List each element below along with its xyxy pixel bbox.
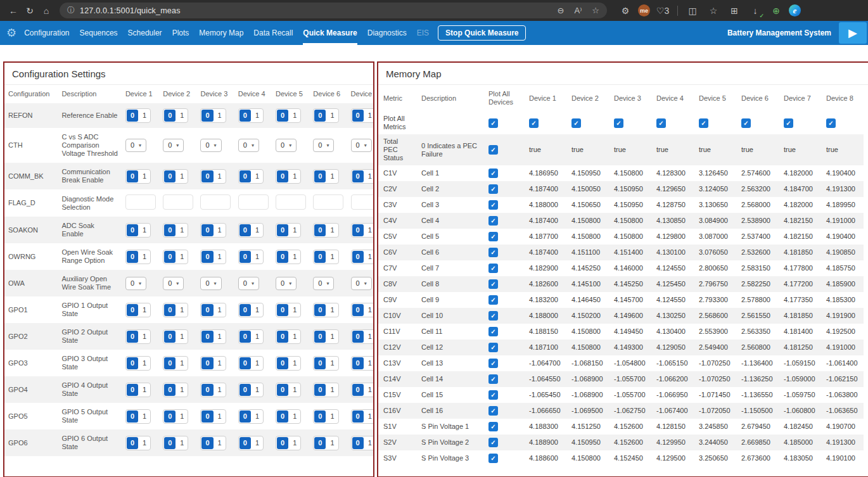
favorites-bar-icon[interactable]: ☆ [706,3,721,18]
plot-checkbox-c7v[interactable]: ✓ [488,264,498,273]
plot-checkbox-s1v[interactable]: ✓ [488,422,498,431]
toggle-gpo3-device-4[interactable]: 01 [238,356,264,371]
plot-all-device-8-checkbox[interactable]: ✓ [826,118,836,128]
plot-checkbox-c15v[interactable]: ✓ [488,390,498,400]
toggle-refon-device-5[interactable]: 01 [276,108,301,123]
plot-all-device-3-checkbox[interactable]: ✓ [614,118,623,128]
input-flag_d-device-5[interactable] [276,194,306,210]
toggle-owrng-device-5[interactable]: 01 [276,250,301,264]
toggle-soakon-device-4[interactable]: 01 [238,223,264,238]
toggle-gpo4-device-6[interactable]: 01 [313,383,338,397]
nav-item-configuration[interactable]: Configuration [24,21,69,45]
profile-avatar[interactable]: me [638,4,650,16]
plot-checkbox-c10v[interactable]: ✓ [488,311,498,321]
nav-item-memory-map[interactable]: Memory Map [199,21,243,45]
plot-all-metrics-checkbox[interactable]: ✓ [488,118,498,128]
toggle-gpo5-device-7[interactable]: 01 [351,409,374,424]
toggle-owrng-device-4[interactable]: 01 [238,250,264,264]
toggle-soakon-device-1[interactable]: 01 [125,223,151,238]
toggle-gpo2-device-7[interactable]: 01 [351,329,374,344]
toggle-gpo6-device-1[interactable]: 01 [125,436,151,450]
toggle-gpo2-device-2[interactable]: 01 [163,329,188,344]
dropdown-cth-device-5[interactable]: 0▾ [276,139,297,152]
toggle-refon-device-6[interactable]: 01 [313,108,338,123]
toggle-gpo1-device-7[interactable]: 01 [351,303,374,317]
plot-checkbox-s2v[interactable]: ✓ [488,438,498,447]
toggle-gpo6-device-3[interactable]: 01 [200,436,226,450]
toggle-gpo4-device-3[interactable]: 01 [200,383,226,397]
toggle-gpo5-device-5[interactable]: 01 [276,409,301,424]
plot-all-device-5-checkbox[interactable]: ✓ [699,118,708,128]
toggle-gpo1-device-2[interactable]: 01 [163,303,188,317]
toggle-gpo3-device-7[interactable]: 01 [351,356,374,371]
plot-checkbox-c11v[interactable]: ✓ [488,327,498,336]
home-icon[interactable]: ⌂ [39,3,54,18]
downloads-icon[interactable]: ↓ ✓ [748,3,763,18]
favorite-star-icon[interactable]: ☆ [592,6,599,15]
toggle-comm_bk-device-3[interactable]: 01 [200,169,226,184]
toggle-gpo3-device-6[interactable]: 01 [313,356,338,371]
dropdown-owa-device-6[interactable]: 0▾ [313,277,334,290]
dropdown-cth-device-1[interactable]: 0▾ [125,139,146,152]
dropdown-cth-device-2[interactable]: 0▾ [163,139,184,152]
toggle-comm_bk-device-5[interactable]: 01 [276,169,301,184]
zoom-out-icon[interactable]: ⊖ [558,6,565,15]
dropdown-owa-device-3[interactable]: 0▾ [200,277,221,290]
nav-item-data-recall[interactable]: Data Recall [253,21,293,45]
toggle-gpo2-device-3[interactable]: 01 [200,329,226,344]
toggle-gpo2-device-6[interactable]: 01 [313,329,338,344]
toggle-gpo4-device-5[interactable]: 01 [276,383,301,397]
toggle-gpo4-device-7[interactable]: 01 [351,383,374,397]
toggle-soakon-device-2[interactable]: 01 [163,223,188,238]
input-flag_d-device-1[interactable] [125,194,156,210]
toggle-refon-device-4[interactable]: 01 [238,108,264,123]
toggle-gpo6-device-4[interactable]: 01 [238,436,264,450]
settings-gear-icon[interactable]: ⚙ [618,3,633,18]
run-button[interactable]: ▶ [839,22,867,44]
plot-checkbox-c9v[interactable]: ✓ [488,295,498,305]
toggle-gpo5-device-3[interactable]: 01 [200,409,226,424]
plot-checkbox-c6v[interactable]: ✓ [488,248,498,257]
toggle-owrng-device-7[interactable]: 01 [351,250,374,264]
nav-gear-icon[interactable]: ⚙ [6,26,16,40]
site-info-icon[interactable]: ⓘ [67,5,75,16]
plot-checkbox-c2v[interactable]: ✓ [488,184,498,194]
toggle-gpo2-device-1[interactable]: 01 [125,329,151,344]
dropdown-owa-device-4[interactable]: 0▾ [238,277,259,290]
plot-all-device-1-checkbox[interactable]: ✓ [529,118,539,128]
toggle-gpo4-device-2[interactable]: 01 [163,383,188,397]
browser-essentials-icon[interactable]: ♡3 [655,3,670,18]
toggle-soakon-device-5[interactable]: 01 [276,223,301,238]
toggle-soakon-device-3[interactable]: 01 [200,223,226,238]
toggle-gpo3-device-5[interactable]: 01 [276,356,301,371]
refresh-icon[interactable]: ↻ [22,3,37,18]
plot-checkbox-c5v[interactable]: ✓ [488,232,498,241]
toggle-gpo5-device-6[interactable]: 01 [313,409,338,424]
toggle-soakon-device-6[interactable]: 01 [313,223,338,238]
edge-logo-icon[interactable]: e [789,4,801,16]
toggle-owrng-device-3[interactable]: 01 [200,250,226,264]
url-text[interactable]: 127.0.0.1:5001/quick_meas [80,6,552,15]
plot-checkbox-c3v[interactable]: ✓ [488,200,498,210]
plot-checkbox-total-pec-status[interactable]: ✓ [488,145,498,155]
toggle-gpo5-device-1[interactable]: 01 [125,409,151,424]
toggle-refon-device-2[interactable]: 01 [163,108,188,123]
toggle-gpo3-device-3[interactable]: 01 [200,356,226,371]
dropdown-owa-device-2[interactable]: 0▾ [163,277,184,290]
plot-all-device-4-checkbox[interactable]: ✓ [656,118,666,128]
input-flag_d-device-7[interactable] [351,194,374,210]
dropdown-cth-device-4[interactable]: 0▾ [238,139,259,152]
toggle-owrng-device-6[interactable]: 01 [313,250,338,264]
toggle-gpo3-device-1[interactable]: 01 [125,356,151,371]
plot-checkbox-s3v[interactable]: ✓ [488,454,498,463]
back-icon[interactable]: ← [6,3,21,18]
plot-checkbox-c14v[interactable]: ✓ [488,374,498,384]
toggle-gpo6-device-2[interactable]: 01 [163,436,188,450]
collections-icon[interactable]: ⊞ [727,3,742,18]
nav-item-diagnostics[interactable]: Diagnostics [367,21,407,45]
input-flag_d-device-2[interactable] [163,194,193,210]
nav-item-quick-measure[interactable]: Quick Measure [303,21,357,45]
input-flag_d-device-3[interactable] [200,194,231,210]
input-flag_d-device-6[interactable] [313,194,343,210]
toggle-gpo6-device-7[interactable]: 01 [351,436,374,450]
